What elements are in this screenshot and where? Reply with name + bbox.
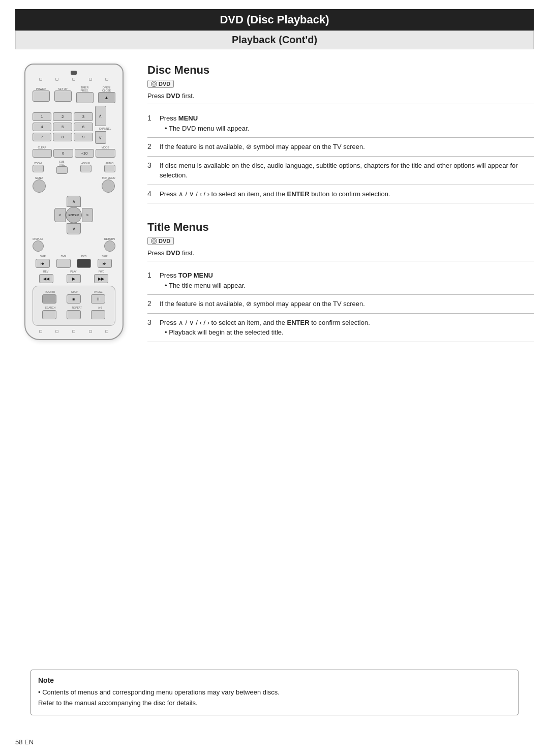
disc-step-4: 4 Press ∧ / ∨ / ‹ / › to select an item,… bbox=[147, 185, 534, 204]
disc-step-2-num: 2 bbox=[147, 142, 156, 150]
num-3[interactable]: 3 bbox=[74, 112, 93, 121]
title-step-1: 1 Press TOP MENU The title menu will app… bbox=[147, 266, 534, 295]
num-9[interactable]: 9 bbox=[74, 133, 93, 141]
channel-down-button[interactable]: ∨ bbox=[95, 131, 106, 144]
rec-label: REC/ITR bbox=[45, 290, 55, 293]
pause-button[interactable]: ⏸ bbox=[91, 294, 105, 304]
play-button[interactable]: ▶ bbox=[67, 274, 81, 283]
remote-bottom-dots bbox=[33, 330, 115, 333]
stop-button[interactable]: ■ bbox=[67, 294, 81, 304]
subtitle-label: SUBTITLE bbox=[58, 160, 66, 166]
dvd-label: DVD bbox=[81, 255, 87, 258]
repeat-button[interactable] bbox=[67, 310, 81, 319]
disc-step-3-content: If disc menu is available on the disc, a… bbox=[160, 161, 534, 180]
rev-button[interactable]: ◀◀ bbox=[39, 274, 53, 283]
plus10-button[interactable]: +10 bbox=[75, 149, 95, 158]
channel-up-button[interactable]: ∧ bbox=[95, 106, 106, 126]
dvd-mode-button[interactable] bbox=[77, 259, 91, 268]
title-step-3-content: Press ∧ / ∨ / ‹ / › to select an item, a… bbox=[160, 318, 534, 338]
dvr-button[interactable] bbox=[56, 259, 71, 268]
audio-button[interactable] bbox=[104, 165, 115, 172]
num-6[interactable]: 6 bbox=[74, 123, 93, 131]
page-number: 58 EN bbox=[15, 738, 34, 746]
title-step-1-content: Press TOP MENU The title menu will appea… bbox=[160, 270, 534, 290]
disc-menus-title: Disc Menus bbox=[147, 64, 534, 77]
open-button[interactable]: ▲ bbox=[98, 92, 115, 103]
enter-button[interactable]: ENTER bbox=[66, 207, 82, 223]
fwd-label: FWD bbox=[99, 270, 104, 273]
display-button[interactable] bbox=[33, 240, 44, 252]
disc-step-2: 2 If the feature is not available, ⊘ sym… bbox=[147, 138, 534, 157]
subtitle-button[interactable] bbox=[56, 166, 68, 174]
dpad-right-button[interactable]: > bbox=[82, 208, 93, 222]
menu-topmenu-row: MENU TOP MENU bbox=[33, 176, 115, 193]
num-4[interactable]: 4 bbox=[33, 123, 52, 131]
timer-button[interactable] bbox=[76, 92, 94, 103]
play-row: ◀◀ ▶ ▶▶ bbox=[33, 274, 115, 283]
skip-prev-button[interactable]: ⏮ bbox=[36, 259, 50, 268]
disc-menus-press-dvd: Press DVD first. bbox=[147, 92, 534, 104]
num-5[interactable]: 5 bbox=[53, 123, 72, 131]
dpad-left-button[interactable]: < bbox=[54, 208, 66, 222]
ab-button[interactable] bbox=[91, 310, 105, 319]
rev-label: REV bbox=[43, 270, 48, 273]
disc-step-1-num: 1 bbox=[147, 114, 156, 122]
zoom-button[interactable] bbox=[33, 165, 44, 172]
dpad-up-button[interactable]: ∧ bbox=[67, 196, 81, 207]
num-7[interactable]: 7 bbox=[33, 133, 52, 141]
dpad: ∧ < ENTER > ∨ bbox=[33, 196, 115, 234]
note-content: • Contents of menus and corresponding me… bbox=[38, 687, 511, 709]
rec-stop-row: ■ ⏸ bbox=[37, 294, 111, 304]
title-menus-section: Title Menus DVD Press DVD first. 1 Press… bbox=[147, 216, 534, 342]
remote-top-row: POWER SET UP TIMERPROG. OPEN/CLOSE ▲ bbox=[33, 86, 115, 103]
topmenu-button[interactable] bbox=[102, 179, 115, 193]
title-menus-steps: 1 Press TOP MENU The title menu will app… bbox=[147, 266, 534, 342]
repeat-label: REPEAT bbox=[72, 306, 82, 309]
skip-next-label: SKIP bbox=[102, 255, 107, 258]
disc-menus-steps: 1 Press MENU The DVD menu will appear. 2… bbox=[147, 109, 534, 203]
dpad-down-button[interactable]: ∨ bbox=[67, 223, 81, 234]
search-button[interactable] bbox=[42, 310, 56, 319]
title-menus-title: Title Menus bbox=[147, 221, 534, 234]
num-8[interactable]: 8 bbox=[53, 133, 72, 141]
fwd-button[interactable]: ▶▶ bbox=[94, 274, 108, 283]
num-2[interactable]: 2 bbox=[53, 112, 72, 121]
timer-label: TIMERPROG. bbox=[80, 86, 88, 92]
angle-button[interactable] bbox=[80, 165, 92, 172]
clear-button[interactable] bbox=[33, 149, 52, 158]
pause-label: PAUSE bbox=[94, 290, 103, 293]
ir-emitter bbox=[71, 71, 77, 75]
return-button[interactable] bbox=[104, 240, 115, 252]
remote-control-area: POWER SET UP TIMERPROG. OPEN/CLOSE ▲ bbox=[15, 58, 132, 342]
disc-step-1: 1 Press MENU The DVD menu will appear. bbox=[147, 109, 534, 138]
note-box: Note • Contents of menus and correspondi… bbox=[30, 670, 518, 715]
rec-button[interactable] bbox=[42, 294, 56, 304]
skip-row: ⏮ ⏭ bbox=[33, 259, 115, 268]
header-dvd-title: DVD (Disc Playback) bbox=[15, 9, 534, 31]
disc-step-1-content: Press MENU The DVD menu will appear. bbox=[160, 113, 534, 133]
skip-next-button[interactable]: ⏭ bbox=[98, 259, 112, 268]
title-menus-dvd-badge: DVD bbox=[147, 237, 174, 245]
header-playback-subtitle: Playback (Cont'd) bbox=[15, 31, 534, 49]
mode-button[interactable] bbox=[96, 149, 115, 158]
skip-prev-label: SKIP bbox=[40, 255, 45, 258]
num-0[interactable]: 0 bbox=[53, 149, 73, 158]
title-step-3-num: 3 bbox=[147, 318, 156, 326]
disc-step-4-content: Press ∧ / ∨ / ‹ / › to select an item, a… bbox=[160, 189, 534, 199]
title-step-2: 2 If the feature is not available, ⊘ sym… bbox=[147, 295, 534, 314]
disc-step-3: 3 If disc menu is available on the disc,… bbox=[147, 157, 534, 185]
title-step-1-num: 1 bbox=[147, 271, 156, 279]
disc-step-4-num: 4 bbox=[147, 190, 156, 198]
num-1[interactable]: 1 bbox=[33, 112, 52, 121]
disc-menus-section: Disc Menus DVD Press DVD first. 1 Press … bbox=[147, 58, 534, 203]
ab-label: A-B bbox=[98, 306, 102, 309]
setup-button[interactable] bbox=[54, 90, 72, 102]
title-menus-press-dvd: Press DVD first. bbox=[147, 249, 534, 261]
menu-button[interactable] bbox=[33, 179, 46, 193]
display-return-row: DISPLAY RETURN bbox=[33, 237, 115, 252]
remote-top-dots bbox=[33, 78, 115, 81]
power-button[interactable] bbox=[33, 90, 50, 102]
disc-icon bbox=[151, 81, 157, 87]
disc-menus-dvd-badge: DVD bbox=[147, 80, 174, 88]
play-label: PLAY bbox=[70, 270, 76, 273]
